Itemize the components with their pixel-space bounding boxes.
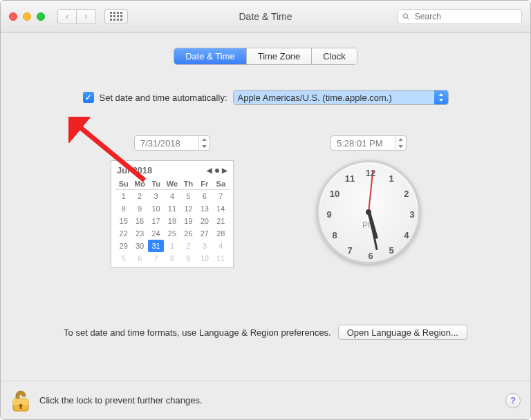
- calendar-day-cell[interactable]: 19: [180, 215, 196, 227]
- calendar-day-cell[interactable]: 7: [213, 190, 229, 202]
- preferences-window: ‹ › Date & Time Date & Time Time Zone: [0, 0, 531, 420]
- lock-button[interactable]: [10, 389, 31, 412]
- search-input[interactable]: [413, 11, 517, 22]
- calendar-day-cell[interactable]: 16: [131, 215, 147, 227]
- close-window-button[interactable]: [9, 12, 17, 21]
- clock-number: 3: [405, 209, 419, 220]
- calendar-day-cell[interactable]: 24: [148, 227, 164, 240]
- calendar-day-cell[interactable]: 3: [196, 240, 212, 252]
- auto-datetime-checkbox[interactable]: ✓: [83, 92, 94, 103]
- clock-number: 12: [364, 168, 378, 178]
- calendar-day-cell[interactable]: 25: [164, 227, 180, 240]
- calendar[interactable]: Jul 2018 ◀ ▶ SuMoTuWeThFrSa1234567891011…: [111, 160, 234, 268]
- calendar-day-cell[interactable]: 9: [180, 252, 196, 265]
- calendar-day-cell[interactable]: 8: [164, 252, 180, 265]
- content-area: Date & Time Time Zone Clock ✓ Set date a…: [1, 32, 530, 381]
- calendar-day-header: Fr: [196, 178, 212, 190]
- calendar-day-cell[interactable]: 23: [131, 227, 147, 240]
- tab-time-zone[interactable]: Time Zone: [247, 48, 313, 64]
- clock-number: 2: [400, 189, 413, 199]
- clock-number: 4: [400, 230, 413, 240]
- stepper-down-icon: [395, 143, 406, 150]
- tab-clock[interactable]: Clock: [312, 48, 357, 64]
- show-all-button[interactable]: [104, 9, 128, 24]
- svg-rect-4: [20, 405, 21, 409]
- calendar-nav: ◀ ▶: [207, 166, 227, 174]
- calendar-day-cell[interactable]: 2: [131, 190, 147, 202]
- time-field[interactable]: 5:28:01 PM: [330, 135, 407, 151]
- calendar-day-cell[interactable]: 18: [164, 215, 180, 227]
- calendar-today-button[interactable]: [215, 169, 219, 173]
- calendar-day-cell[interactable]: 26: [180, 227, 196, 240]
- calendar-day-cell[interactable]: 13: [196, 202, 212, 215]
- stepper-up-icon: [199, 136, 209, 143]
- clock-number: 9: [322, 209, 336, 220]
- calendar-day-cell[interactable]: 8: [115, 202, 131, 215]
- tab-date-time[interactable]: Date & Time: [174, 48, 247, 64]
- calendar-day-cell[interactable]: 14: [213, 202, 229, 215]
- calendar-day-cell[interactable]: 3: [148, 190, 164, 202]
- help-button[interactable]: ?: [505, 393, 521, 408]
- calendar-day-cell[interactable]: 11: [164, 202, 180, 215]
- calendar-day-cell[interactable]: 31: [148, 240, 164, 252]
- time-server-combo[interactable]: Apple Americas/U.S. (time.apple.com.): [233, 90, 449, 105]
- calendar-day-cell[interactable]: 10: [196, 252, 212, 265]
- stepper-down-icon: [199, 143, 209, 150]
- calendar-day-cell[interactable]: 2: [180, 240, 196, 252]
- svg-rect-2: [13, 399, 28, 405]
- search-icon: [402, 12, 410, 21]
- calendar-day-cell[interactable]: 5: [115, 252, 131, 265]
- clock-number: 5: [384, 245, 398, 255]
- calendar-day-cell[interactable]: 30: [131, 240, 147, 252]
- calendar-day-cell[interactable]: 1: [164, 240, 180, 252]
- auto-datetime-row: ✓ Set date and time automatically: Apple…: [1, 90, 530, 105]
- calendar-day-cell[interactable]: 20: [196, 215, 212, 227]
- calendar-day-cell[interactable]: 9: [131, 202, 147, 215]
- calendar-day-cell[interactable]: 7: [148, 252, 164, 265]
- combo-arrows-icon: [434, 90, 448, 104]
- calendar-day-cell[interactable]: 4: [213, 240, 229, 252]
- calendar-day-cell[interactable]: 1: [115, 190, 131, 202]
- search-field[interactable]: [398, 9, 522, 24]
- lock-text: Click the lock to prevent further change…: [39, 395, 203, 405]
- calendar-day-cell[interactable]: 4: [164, 190, 180, 202]
- minimize-window-button[interactable]: [23, 12, 31, 21]
- calendar-day-cell[interactable]: 28: [213, 227, 229, 240]
- date-field[interactable]: 7/31/2018: [134, 135, 210, 151]
- open-language-region-button[interactable]: Open Language & Region...: [338, 325, 467, 340]
- calendar-prev-button[interactable]: ◀: [207, 166, 212, 174]
- back-button[interactable]: ‹: [57, 9, 77, 24]
- calendar-day-cell[interactable]: 12: [180, 202, 196, 215]
- calendar-day-cell[interactable]: 5: [180, 190, 196, 202]
- formats-row: To set date and time formats, use Langua…: [1, 325, 530, 340]
- calendar-day-cell[interactable]: 22: [115, 227, 131, 240]
- calendar-day-header: Tu: [148, 178, 164, 190]
- calendar-day-cell[interactable]: 15: [115, 215, 131, 227]
- calendar-day-cell[interactable]: 11: [213, 252, 229, 265]
- calendar-next-button[interactable]: ▶: [222, 166, 227, 174]
- time-server-value: Apple Americas/U.S. (time.apple.com.): [234, 90, 434, 104]
- chevron-left-icon: ‹: [66, 12, 68, 21]
- auto-datetime-label: Set date and time automatically:: [100, 93, 227, 103]
- clock-number: 7: [343, 245, 357, 255]
- calendar-day-cell[interactable]: 29: [115, 240, 131, 252]
- clock-center-pin: [366, 209, 371, 215]
- time-stepper[interactable]: [395, 136, 406, 150]
- calendar-day-cell[interactable]: 6: [196, 190, 212, 202]
- grid-icon: [110, 12, 122, 21]
- calendar-month-label: Jul 2018: [117, 165, 152, 175]
- calendar-day-cell[interactable]: 17: [148, 215, 164, 227]
- date-stepper[interactable]: [198, 136, 209, 150]
- calendar-day-cell[interactable]: 21: [213, 215, 229, 227]
- calendar-day-cell[interactable]: 6: [131, 252, 147, 265]
- forward-button[interactable]: ›: [77, 9, 96, 24]
- calendar-day-cell[interactable]: 10: [148, 202, 164, 215]
- calendar-day-cell[interactable]: 27: [196, 227, 212, 240]
- clock-number: 8: [328, 230, 342, 240]
- clock-number: 10: [328, 189, 342, 199]
- clock-number: 1: [384, 173, 398, 184]
- stepper-up-icon: [395, 136, 406, 143]
- zoom-window-button[interactable]: [37, 12, 45, 21]
- calendar-day-header: Th: [180, 178, 196, 190]
- lock-open-icon: [10, 389, 31, 412]
